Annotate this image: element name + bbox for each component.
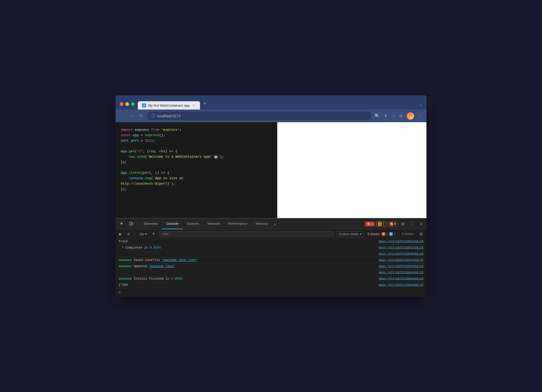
console-toolbar: ▶ ⊘ top ▾ 👁 Custom levels ▾ 9 Issues: ✕ …	[116, 229, 426, 239]
log-success-label: success	[119, 277, 132, 281]
console-row: fresh main.js?t=1675723942418:25	[116, 239, 426, 245]
warning-badge[interactable]: ⚠ 3	[376, 221, 386, 227]
context-selector[interactable]: top ▾	[138, 231, 148, 237]
tab-close-button[interactable]: ×	[192, 103, 196, 107]
code-editor-panel: import express from 'express'; const app…	[116, 122, 277, 218]
console-settings-button[interactable]: ⚙	[418, 231, 424, 237]
user-avatar[interactable]: 🔥	[407, 112, 414, 120]
issues-error-count: ✕ 8	[382, 232, 388, 236]
search-icon[interactable]: 🔍	[375, 113, 380, 118]
console-row-content: success Saved lockfile "package-lock.jso…	[119, 258, 377, 262]
console-row-source[interactable]: main.js?t=1675723942418:25	[377, 252, 423, 255]
share-icon[interactable]: ⬆	[384, 113, 387, 118]
custom-levels-selector[interactable]: Custom levels ▾	[337, 231, 363, 237]
warning-badge-icon: ⚠	[378, 222, 382, 226]
active-tab[interactable]: ⚡ My first WebContainers app ×	[138, 101, 200, 110]
refresh-button[interactable]: ↻	[138, 112, 144, 119]
inspect-element-button[interactable]	[118, 220, 126, 228]
console-row: success Install finished in 2.928s main.…	[116, 276, 426, 282]
issues-error-icon: ✕	[382, 232, 385, 236]
traffic-lights	[120, 102, 135, 110]
maximize-traffic-light[interactable]	[131, 102, 135, 106]
error-badge-icon: ✕	[367, 222, 370, 226]
console-filter-input[interactable]	[159, 231, 334, 237]
address-input[interactable]: ⓘ localhost:5173	[147, 112, 372, 120]
console-row-content: fresh	[119, 240, 377, 243]
bookmark-icon[interactable]: ☆	[391, 113, 395, 118]
sidebar-toggle-icon[interactable]: ⊞	[399, 113, 403, 118]
code-block: import express from 'express'; const app…	[121, 127, 272, 192]
content-area: import express from 'express'; const app…	[116, 122, 426, 218]
back-button[interactable]: ←	[120, 113, 126, 119]
tab-performance[interactable]: Performance	[224, 219, 251, 229]
console-row-text: Updated "package.json"	[134, 265, 175, 268]
close-traffic-light[interactable]	[120, 102, 123, 106]
console-play-button[interactable]: ▶	[118, 231, 123, 237]
console-row-text: Install finished in 2.928s	[134, 277, 182, 281]
svg-rect-0	[130, 222, 132, 225]
console-separator	[134, 231, 135, 237]
prompt-icon: >	[119, 291, 121, 295]
console-row-text: [?25h	[119, 283, 128, 287]
log-success-label: success	[119, 265, 132, 268]
info-badge-icon: ✕	[390, 222, 393, 226]
toolbar-separator	[137, 221, 138, 227]
device-toolbar-button[interactable]	[127, 220, 135, 228]
console-prompt[interactable]: >	[116, 288, 426, 297]
eye-filter-button[interactable]: 👁	[151, 231, 157, 237]
tab-console[interactable]: Console	[162, 219, 183, 229]
issues-info-count: ℹ 1	[389, 232, 395, 236]
console-row-content: success Install finished in 2.928s	[119, 277, 377, 281]
console-row-source[interactable]: main.js?t=1675723942418:25	[377, 246, 423, 249]
tabs-area: ⚡ My first WebContainers app × + ⌄	[138, 98, 422, 110]
new-tab-button[interactable]: +	[200, 98, 209, 110]
console-row-source[interactable]: main.js?t=1675723942418:25	[377, 265, 423, 268]
console-row-source[interactable]: main.js?t=1675723942418:25	[377, 258, 423, 262]
more-tabs-button[interactable]: »	[272, 221, 278, 227]
info-badge[interactable]: ✕ 8	[388, 221, 398, 227]
console-row-source[interactable]: main.js?t=1675723942418:25	[377, 271, 423, 274]
console-row: [?25h main.js?t=1675723942418:25	[116, 282, 426, 288]
devtools-more-options-button[interactable]: ⋮	[408, 220, 416, 228]
devtools-settings-button[interactable]: ⚙	[399, 220, 407, 228]
console-row-text: Saved lockfile "package-lock.json"	[134, 258, 197, 262]
console-clear-button[interactable]: ⊘	[125, 231, 131, 237]
url-security-icon: ⓘ	[151, 113, 155, 119]
console-row: success Updated "package.json" main.js?t…	[116, 264, 426, 270]
console-indent-text: └ Completed in 0.025s	[122, 246, 161, 250]
console-row: main.js?t=1675723942418:25	[116, 251, 426, 257]
console-row: └ Completed in 0.025s main.js?t=16757239…	[116, 245, 426, 251]
console-row-content: └ Completed in 0.025s	[122, 246, 377, 250]
svg-rect-1	[132, 223, 133, 225]
address-bar: ← → ↻ ⓘ localhost:5173 🔍 ⬆ ☆ ⊞ 🔥 ⋮	[116, 110, 426, 122]
devtools-close-button[interactable]: ×	[418, 220, 424, 228]
console-row-source[interactable]: main.js?t=1675723942418:25	[377, 240, 423, 243]
issues-info-icon: ℹ	[389, 232, 393, 236]
info-count: 8	[394, 222, 396, 226]
error-badge[interactable]: ✕ 1	[365, 222, 375, 226]
console-row: success Saved lockfile "package-lock.jso…	[116, 257, 426, 264]
tab-sources[interactable]: Sources	[183, 219, 203, 229]
tab-network[interactable]: Network	[203, 219, 224, 229]
devtools-panel: Elements Console Sources Network Perform…	[116, 218, 426, 297]
preview-panel	[277, 122, 426, 218]
console-output: fresh main.js?t=1675723942418:25 └ Compl…	[116, 239, 426, 297]
browser-window: ⚡ My first WebContainers app × + ⌄ ← → ↻…	[116, 95, 426, 297]
minimize-traffic-light[interactable]	[125, 102, 129, 106]
console-row-source[interactable]: main.js?t=1675723942418:25	[377, 283, 423, 286]
warning-count: 3	[383, 222, 384, 226]
tab-title: My first WebContainers app	[148, 104, 190, 107]
forward-button[interactable]: →	[129, 113, 135, 119]
console-row-content: success Updated "package.json"	[119, 265, 377, 268]
tab-memory[interactable]: Memory	[252, 219, 272, 229]
browser-menu-icon[interactable]: ⋮	[418, 113, 422, 118]
title-bar: ⚡ My first WebContainers app × + ⌄	[116, 95, 426, 110]
devtools-toolbar: Elements Console Sources Network Perform…	[116, 219, 426, 229]
console-row-source[interactable]: main.js?t=1675723942418:25	[377, 277, 423, 280]
hidden-count-badge: 5 hidden	[400, 232, 416, 236]
tab-elements[interactable]: Elements	[140, 219, 162, 229]
console-row-text: fresh	[119, 240, 128, 243]
url-display: localhost:5173	[157, 114, 181, 118]
tabs-dropdown-button[interactable]: ⌄	[419, 102, 422, 110]
address-actions: 🔍 ⬆ ☆ ⊞ 🔥 ⋮	[375, 112, 422, 120]
